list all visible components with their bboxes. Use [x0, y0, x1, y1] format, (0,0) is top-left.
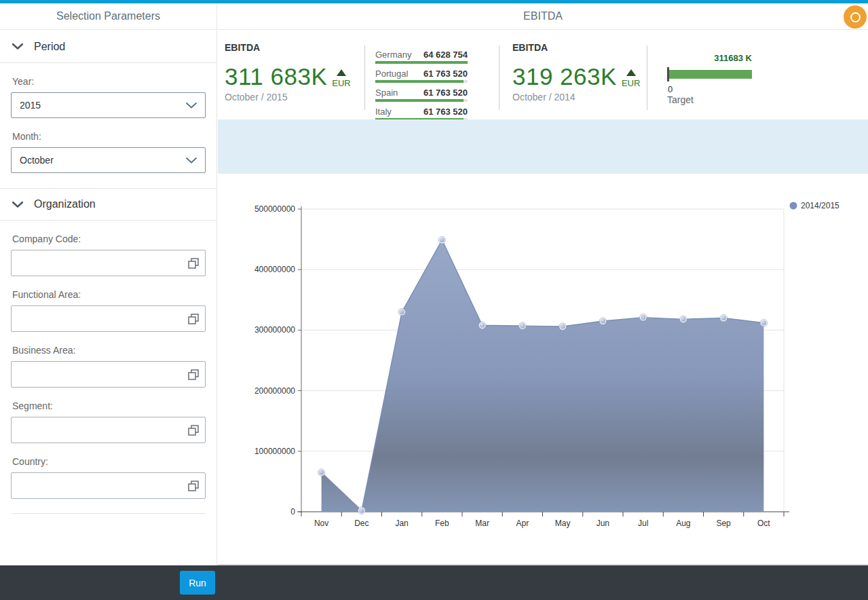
organization-section-label: Organization [34, 198, 96, 210]
segment-value-help-button[interactable] [187, 424, 200, 436]
business-area-value-help-button[interactable] [187, 369, 200, 381]
comparison-row: Spain 61 763 520 [375, 88, 468, 102]
country-comparison-chart[interactable]: Germany 64 628 754 Portugal 61 763 520 S… [375, 50, 468, 126]
kpi-header-row: EBITDA 311 683K EUR October / 2015 Germa… [218, 31, 868, 119]
target-bullet-chart[interactable]: 311683 K 0 Target [667, 31, 789, 119]
organization-section-header[interactable]: Organization [0, 188, 216, 221]
sidebar-header: Selection Parameters [0, 3, 217, 29]
comparison-row: Portugal 61 763 520 [375, 69, 468, 83]
svg-text:Nov: Nov [314, 519, 328, 528]
comparison-value: 61 763 520 [423, 107, 468, 117]
svg-text:Mar: Mar [475, 519, 489, 528]
trend-up-icon [626, 69, 636, 76]
svg-text:Jun: Jun [597, 519, 609, 528]
svg-text:200000000: 200000000 [254, 386, 295, 396]
year-select-value: 2015 [20, 100, 41, 111]
comparison-row: Italy 61 763 520 [375, 107, 468, 121]
country-label: Country: [12, 456, 204, 467]
svg-text:Jul: Jul [638, 519, 648, 528]
chevron-down-icon [186, 157, 197, 164]
user-avatar-icon [850, 12, 861, 22]
period-section-header[interactable]: Period [0, 31, 216, 63]
selection-parameters-panel: Period Year: 2015 Month: October Organiz… [0, 31, 217, 565]
svg-text:Feb: Feb [435, 519, 449, 528]
business-area-input[interactable] [11, 361, 206, 388]
kpi-unit: EUR [622, 78, 640, 88]
svg-text:0: 0 [290, 507, 295, 517]
content-area: EBITDA 311 683K EUR October / 2015 Germa… [218, 31, 868, 565]
comparison-bar [375, 61, 468, 64]
functional-area-value-help-button[interactable] [187, 313, 200, 325]
month-label: Month: [12, 131, 204, 142]
bullet-value-label: 311683 K [667, 53, 752, 63]
svg-text:May: May [555, 519, 571, 528]
kpi-tile-title: EBITDA [512, 42, 548, 53]
comparison-bar [375, 80, 468, 83]
sidebar-title: Selection Parameters [56, 10, 160, 22]
app-header: Selection Parameters EBITDA [0, 3, 868, 30]
kpi-value: 311 683K [225, 64, 327, 88]
svg-text:100000000: 100000000 [254, 447, 295, 456]
value-help-icon [187, 369, 200, 381]
segment-input[interactable] [11, 417, 206, 443]
kpi-subtitle: October / 2014 [512, 92, 575, 102]
company-code-label: Company Code: [12, 233, 204, 244]
footer-bar: Run [0, 565, 868, 600]
svg-text:Dec: Dec [354, 519, 369, 528]
period-section-label: Period [34, 41, 65, 53]
svg-text:500000000: 500000000 [254, 204, 295, 214]
area-chart-plot[interactable]: 0100000000200000000300000000400000000500… [218, 174, 868, 563]
functional-area-label: Functional Area: [12, 289, 204, 300]
kpi-tile-title: EBITDA [225, 42, 260, 53]
value-help-icon [187, 424, 200, 436]
svg-text:400000000: 400000000 [254, 265, 295, 274]
tile-divider [647, 45, 647, 110]
svg-text:Oct: Oct [757, 519, 770, 528]
main-header: EBITDA [218, 3, 868, 29]
comparison-label: Italy [375, 107, 392, 117]
company-code-input[interactable] [11, 250, 206, 276]
chevron-down-icon [12, 202, 23, 208]
business-area-label: Business Area: [12, 345, 204, 356]
country-value-help-button[interactable] [187, 480, 200, 492]
kpi-tile-2014[interactable]: EBITDA 319 263K EUR October / 2014 [512, 31, 652, 119]
comparison-row: Germany 64 628 754 [375, 50, 468, 64]
year-select[interactable]: 2015 [11, 92, 206, 118]
month-select[interactable]: October [11, 147, 206, 173]
chevron-down-icon [12, 43, 23, 50]
svg-text:2014/2015: 2014/2015 [801, 201, 839, 210]
year-label: Year: [12, 76, 204, 87]
sidebar-divider [11, 513, 206, 514]
comparison-label: Spain [375, 88, 398, 98]
bullet-baseline-label: 0 [668, 84, 673, 94]
comparison-value: 64 628 754 [423, 50, 468, 60]
kpi-tile-2015[interactable]: EBITDA 311 683K EUR October / 2015 [225, 31, 364, 119]
tile-divider [364, 45, 365, 110]
comparison-bar [375, 99, 468, 102]
kpi-value: 319 263K [512, 64, 617, 88]
country-input[interactable] [11, 472, 206, 499]
value-help-icon [187, 480, 200, 492]
kpi-unit: EUR [332, 78, 350, 88]
comparison-label: Germany [375, 50, 411, 60]
run-button[interactable]: Run [180, 571, 215, 595]
user-avatar-button[interactable] [844, 5, 867, 29]
svg-text:Aug: Aug [676, 519, 690, 528]
chevron-down-icon [186, 102, 197, 109]
segment-label: Segment: [12, 400, 204, 411]
trend-up-icon [337, 69, 346, 76]
svg-text:Sep: Sep [716, 519, 731, 528]
comparison-label: Portugal [375, 69, 408, 79]
svg-text:Apr: Apr [516, 519, 529, 528]
page-title: EBITDA [523, 10, 563, 22]
functional-area-input[interactable] [11, 305, 206, 332]
svg-text:Jan: Jan [395, 519, 408, 528]
bullet-axis-label: Target [667, 94, 694, 105]
company-code-value-help-button[interactable] [187, 257, 200, 269]
area-chart-card: 0100000000200000000300000000400000000500… [218, 174, 868, 565]
svg-text:300000000: 300000000 [254, 325, 295, 335]
bullet-bar [669, 70, 752, 79]
comparison-value: 61 763 520 [423, 88, 468, 98]
value-help-icon [187, 257, 200, 269]
comparison-value: 61 763 520 [423, 69, 468, 79]
